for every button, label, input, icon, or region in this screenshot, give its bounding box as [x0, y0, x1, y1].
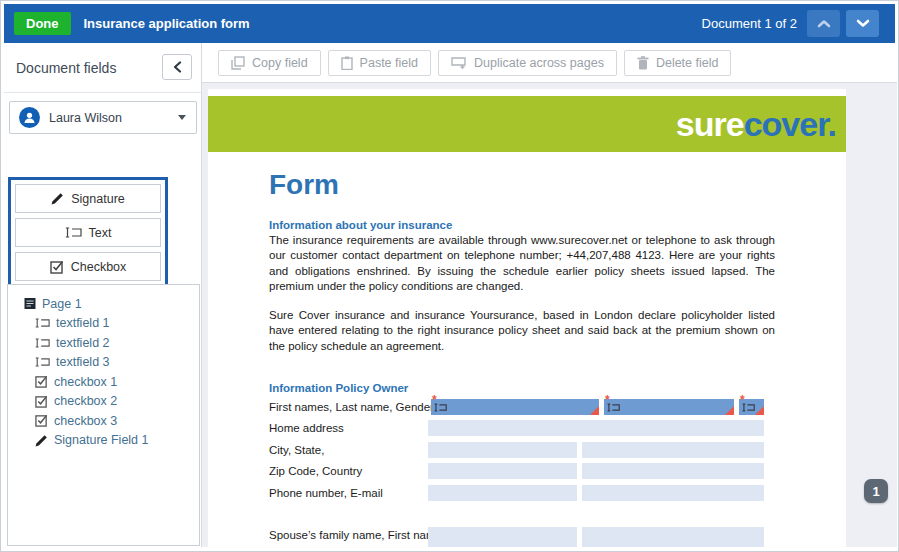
form-title: Form — [269, 169, 339, 201]
delete-field-button[interactable]: Delete field — [624, 50, 732, 76]
text-field-icon — [35, 338, 50, 348]
answer-area — [582, 527, 764, 543]
row-label: Phone number, E-mail — [269, 485, 383, 501]
form-row-city-state: City, State, — [208, 442, 846, 458]
field-toolbar: Copy field Paste field Duplicate across … — [202, 43, 897, 83]
copy-field-button[interactable]: Copy field — [218, 50, 321, 76]
tree-item-signature-field-1[interactable]: Signature Field 1 — [24, 431, 199, 451]
button-label: Checkbox — [71, 260, 127, 274]
button-label: Delete field — [656, 56, 719, 70]
text-field-icon — [607, 403, 620, 412]
tree-item-label: textfield 3 — [56, 355, 110, 369]
checkbox-icon — [35, 375, 48, 388]
form-row-names: First names, Last name, Gender * * * — [208, 399, 846, 415]
chevron-down-icon — [856, 19, 870, 28]
duplicate-icon — [451, 56, 467, 69]
page-number-badge: 1 — [864, 479, 888, 503]
user-avatar-icon — [19, 107, 40, 128]
text-field-icon — [35, 318, 50, 328]
recipient-dropdown[interactable]: Laura Wilson — [9, 101, 197, 134]
document-canvas[interactable]: surecover. Form Information about your i… — [202, 83, 897, 547]
policy-owner-heading: Information Policy Owner — [269, 382, 775, 394]
answer-area — [428, 463, 577, 479]
row-label: City, State, — [269, 442, 324, 458]
button-label: Duplicate across pages — [474, 56, 604, 70]
text-field-icon — [742, 403, 755, 412]
button-label: Signature — [71, 192, 125, 206]
logo-band: surecover. — [208, 96, 846, 152]
button-label: Copy field — [252, 56, 308, 70]
duplicate-across-pages-button[interactable]: Duplicate across pages — [438, 50, 617, 76]
checkbox-icon — [50, 260, 64, 274]
document-page: surecover. Form Information about your i… — [208, 89, 846, 547]
tree-item-checkbox-1[interactable]: checkbox 1 — [24, 372, 199, 392]
document-title: Insurance application form — [84, 16, 250, 31]
form-row-clipped — [208, 543, 846, 547]
form-row-phone-email: Phone number, E-mail — [208, 485, 846, 501]
checkbox-icon — [35, 395, 48, 408]
tree-item-label: Page 1 — [42, 297, 82, 311]
answer-area — [428, 420, 764, 436]
add-checkbox-field-button[interactable]: Checkbox — [15, 252, 161, 281]
fields-tree-panel: Page 1 textfield 1 textfield 2 textfield… — [7, 284, 200, 546]
next-document-button[interactable] — [846, 10, 879, 37]
tree-item-label: textfield 1 — [56, 316, 110, 330]
placed-textfield-3[interactable]: * — [739, 399, 764, 415]
text-field-icon — [434, 403, 447, 412]
pencil-icon — [51, 192, 64, 205]
dropdown-caret-icon — [178, 115, 186, 120]
done-button[interactable]: Done — [14, 12, 71, 35]
form-row-zip-country: Zip Code, Country — [208, 463, 846, 479]
paste-field-button[interactable]: Paste field — [328, 50, 431, 76]
tree-item-page-1[interactable]: Page 1 — [24, 294, 199, 314]
recipient-name: Laura Wilson — [49, 111, 122, 125]
sidebar-header: Document fields — [4, 43, 201, 93]
button-label: Paste field — [360, 56, 418, 70]
answer-area — [428, 527, 577, 543]
checkbox-icon — [35, 414, 48, 427]
copy-icon — [231, 56, 245, 70]
insurance-paragraph-1: The insurance requirements are available… — [269, 233, 775, 294]
answer-area — [582, 485, 764, 501]
tree-item-checkbox-3[interactable]: checkbox 3 — [24, 411, 199, 431]
placed-textfield-1[interactable]: * — [431, 399, 599, 415]
text-field-icon — [35, 357, 50, 367]
answer-area — [428, 485, 577, 501]
form-row-spouse: Spouse’s family name, First name — [208, 527, 846, 543]
row-label: Zip Code, Country — [269, 463, 362, 479]
resize-handle[interactable] — [725, 406, 734, 415]
answer-area — [582, 543, 764, 547]
document-counter: Document 1 of 2 — [702, 16, 797, 31]
placed-textfield-2[interactable]: * — [604, 399, 734, 415]
top-bar: Done Insurance application form Document… — [4, 4, 895, 43]
main-area: Copy field Paste field Duplicate across … — [202, 43, 897, 547]
previous-document-button[interactable] — [807, 10, 840, 37]
page-icon — [24, 297, 36, 310]
text-field-icon — [65, 227, 82, 238]
tree-item-checkbox-2[interactable]: checkbox 2 — [24, 392, 199, 412]
paste-icon — [341, 56, 353, 70]
row-label: First names, Last name, Gender — [269, 399, 434, 415]
tree-item-textfield-3[interactable]: textfield 3 — [24, 353, 199, 373]
collapse-sidebar-button[interactable] — [162, 54, 192, 80]
add-signature-field-button[interactable]: Signature — [15, 184, 161, 213]
button-label: Text — [89, 226, 112, 240]
chevron-left-icon — [173, 61, 182, 73]
resize-handle[interactable] — [755, 406, 764, 415]
app-window: Done Insurance application form Document… — [0, 0, 899, 552]
surecover-logo: surecover. — [676, 105, 846, 143]
form-row-home-address: Home address — [208, 420, 846, 436]
add-text-field-button[interactable]: Text — [15, 218, 161, 247]
resize-handle[interactable] — [590, 406, 599, 415]
tree-item-label: Signature Field 1 — [54, 433, 149, 447]
answer-area — [582, 463, 764, 479]
tree-item-label: checkbox 1 — [54, 375, 117, 389]
document-fields-sidebar: Document fields Laura Wilson Signature T… — [4, 43, 202, 547]
tree-item-textfield-1[interactable]: textfield 1 — [24, 314, 199, 334]
insurance-info-heading: Information about your insurance — [269, 219, 775, 231]
insurance-paragraph-2: Sure Cover insurance and insurance Yours… — [269, 308, 775, 354]
chevron-up-icon — [817, 19, 831, 28]
tree-item-textfield-2[interactable]: textfield 2 — [24, 333, 199, 353]
tree-item-label: checkbox 3 — [54, 414, 117, 428]
trash-icon — [637, 56, 649, 70]
